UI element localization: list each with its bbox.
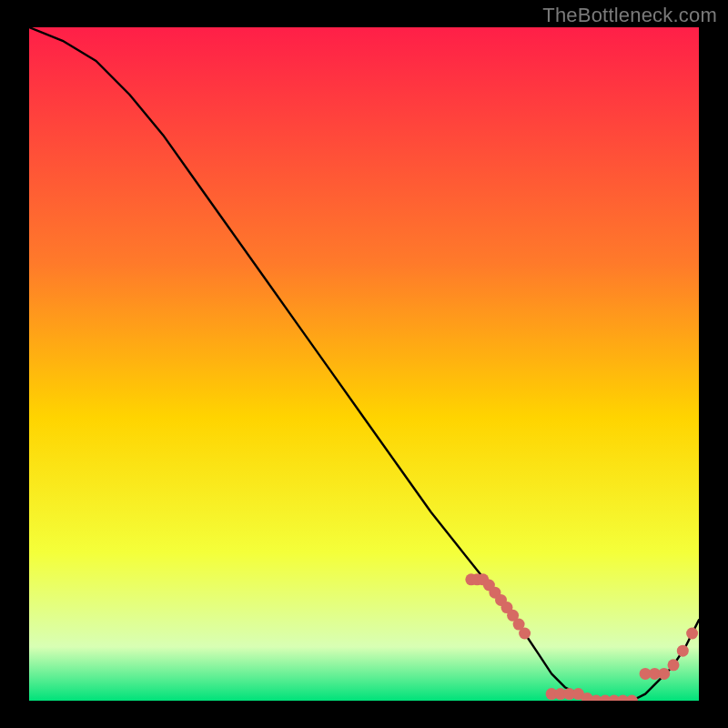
- chart-frame: TheBottleneck.com: [0, 0, 728, 728]
- watermark-text: TheBottleneck.com: [542, 4, 717, 27]
- gradient-background: [29, 27, 699, 701]
- data-marker: [519, 628, 531, 640]
- data-marker: [686, 628, 698, 640]
- chart-svg: [29, 27, 699, 701]
- data-marker: [677, 645, 689, 657]
- data-marker: [658, 668, 670, 680]
- data-marker: [668, 659, 680, 671]
- plot-area: [29, 27, 699, 701]
